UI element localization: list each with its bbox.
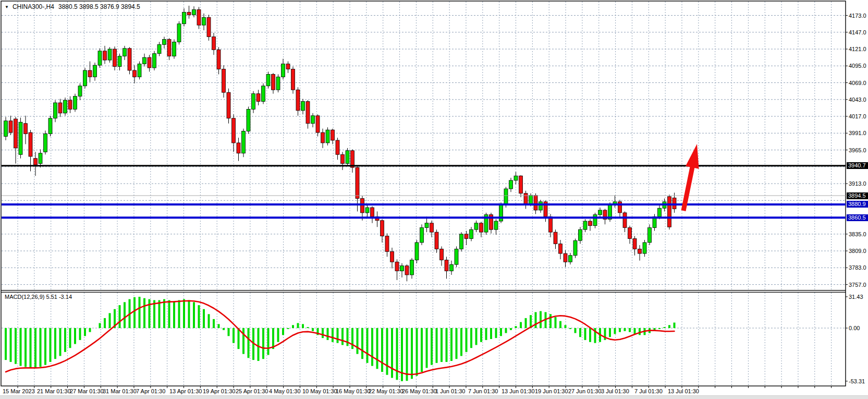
candle-down xyxy=(232,118,236,143)
candle-down xyxy=(385,236,389,252)
macd-histogram-bar xyxy=(406,328,408,381)
candle-down xyxy=(58,103,62,113)
candle-down xyxy=(88,70,92,77)
macd-histogram-bar xyxy=(104,318,106,328)
candle-down xyxy=(405,266,409,275)
candle-down xyxy=(559,244,563,253)
macd-histogram-bar xyxy=(376,328,378,369)
candle-up xyxy=(93,65,97,77)
candle-down xyxy=(390,251,394,262)
macd-histogram-bar xyxy=(54,328,56,359)
candle-up xyxy=(365,208,369,213)
time-axis-label: 10 May 01:30 xyxy=(302,388,337,394)
macd-histogram-bar xyxy=(233,328,235,343)
price-axis-label: 4095.0 xyxy=(849,63,866,69)
candle-down xyxy=(534,195,537,210)
macd-histogram-bar xyxy=(391,328,393,378)
candle-up xyxy=(192,9,196,15)
time-axis-label: 7 Jun 01:30 xyxy=(468,388,498,394)
indicator-values: 5.51 -3.14 xyxy=(46,294,72,300)
time-axis-label: 4 May 01:30 xyxy=(269,388,301,394)
macd-histogram-bar xyxy=(168,300,170,328)
macd-histogram-bar xyxy=(79,328,81,340)
candle-up xyxy=(108,49,112,60)
macd-histogram-bar xyxy=(40,328,42,367)
candle-down xyxy=(623,213,627,228)
macd-histogram-bar xyxy=(10,328,12,362)
macd-histogram-bar xyxy=(436,328,438,363)
candle-up xyxy=(266,74,270,86)
price-marker-badge: 3860.5 xyxy=(847,214,868,221)
candle-up xyxy=(593,215,597,226)
macd-histogram-bar xyxy=(574,328,577,333)
candle-up xyxy=(573,240,577,256)
macd-histogram-bar xyxy=(133,297,136,328)
macd-histogram-bar xyxy=(119,305,121,328)
price-axis-label: 3809.0 xyxy=(849,248,866,254)
indicator-label: MACD(12,26,9) 5.51 -3.14 xyxy=(5,294,72,300)
candle-down xyxy=(554,232,557,244)
macd-histogram-bar xyxy=(569,328,571,329)
macd-histogram-bar xyxy=(619,328,621,332)
macd-histogram-bar xyxy=(193,302,195,328)
macd-histogram-bar xyxy=(208,314,210,328)
time-axis-label: 25 Apr 01:30 xyxy=(236,388,268,394)
candle-up xyxy=(19,122,22,154)
candle-up xyxy=(48,118,52,134)
candle-up xyxy=(400,266,404,271)
macd-histogram-bar xyxy=(312,328,314,331)
candle-down xyxy=(341,154,345,163)
candle-down xyxy=(207,17,211,37)
candle-up xyxy=(157,44,161,53)
chart-canvas[interactable] xyxy=(0,0,868,399)
macd-histogram-bar xyxy=(50,328,52,362)
macd-histogram-bar xyxy=(490,328,492,339)
macd-histogram-bar xyxy=(337,328,339,343)
macd-histogram-bar xyxy=(99,323,101,328)
price-axis-label: 3757.0 xyxy=(849,282,866,288)
macd-histogram-bar xyxy=(510,328,512,330)
macd-histogram-bar xyxy=(25,328,27,367)
candle-up xyxy=(598,210,602,215)
macd-histogram-bar xyxy=(5,328,7,360)
macd-histogram-bar xyxy=(589,328,591,342)
candle-up xyxy=(247,109,250,131)
macd-histogram-bar xyxy=(460,328,462,356)
macd-histogram-bar xyxy=(480,328,482,342)
macd-histogram-bar xyxy=(664,327,666,328)
candle-up xyxy=(163,39,166,44)
candle-down xyxy=(167,39,171,56)
macd-histogram-bar xyxy=(267,328,270,355)
candle-down xyxy=(217,50,221,69)
candle-down xyxy=(316,116,320,132)
time-axis-label: 13 Jul 01:30 xyxy=(668,388,699,394)
candle-down xyxy=(29,132,32,156)
time-axis-label: 27 Jun 01:30 xyxy=(568,388,602,394)
macd-histogram-bar xyxy=(584,328,586,340)
candle-up xyxy=(346,151,349,164)
candle-up xyxy=(177,24,181,42)
candle-down xyxy=(633,239,637,249)
candle-up xyxy=(4,121,8,137)
chevron-down-icon[interactable]: ▼ xyxy=(5,5,9,9)
macd-histogram-bar xyxy=(565,325,567,328)
macd-histogram-bar xyxy=(614,328,616,334)
price-axis-label: 3965.0 xyxy=(849,147,866,153)
macd-histogram-bar xyxy=(302,324,304,328)
time-axis-label: 21 Mar 01:30 xyxy=(37,388,71,394)
macd-histogram-bar xyxy=(421,328,423,372)
bottom-strip xyxy=(0,395,868,399)
pane-separator[interactable] xyxy=(1,292,846,293)
candle-down xyxy=(435,232,438,249)
pane-separator[interactable] xyxy=(1,290,846,291)
candle-down xyxy=(256,94,260,102)
macd-histogram-bar xyxy=(287,328,289,329)
macd-histogram-bar xyxy=(173,301,175,328)
macd-axis-label: -53.31 xyxy=(849,378,865,384)
candle-down xyxy=(24,124,28,134)
macd-histogram-bar xyxy=(411,328,413,379)
macd-histogram-bar xyxy=(505,328,507,333)
candle-down xyxy=(133,70,137,77)
macd-histogram-bar xyxy=(64,328,66,352)
symbol-period-label: CHINA300-,H4 xyxy=(13,3,54,10)
